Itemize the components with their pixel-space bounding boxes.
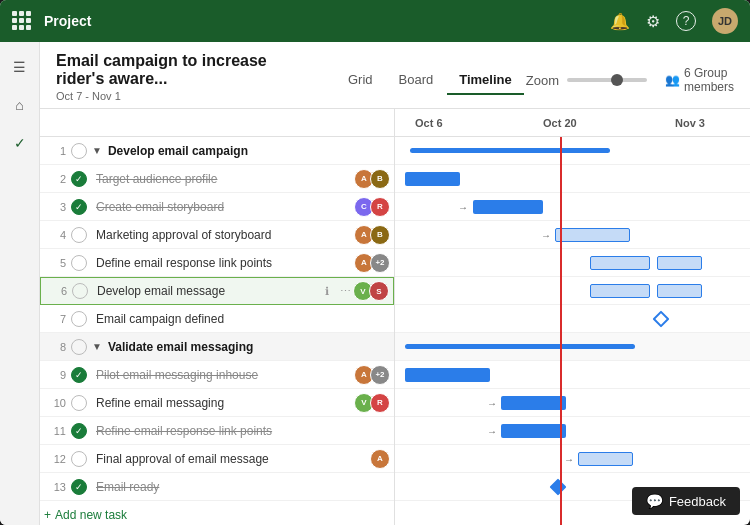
date-nov3: Nov 3 — [675, 117, 705, 129]
task-avatars: A +2 — [358, 253, 390, 273]
zoom-label: Zoom — [526, 73, 559, 88]
group-members[interactable]: 👥 6 Group members — [665, 66, 734, 94]
task-avatars: A B — [358, 225, 390, 245]
expand-icon[interactable]: ▼ — [92, 341, 102, 352]
today-line — [560, 137, 562, 525]
task-name: Refine email response link points — [92, 424, 390, 438]
table-row: 12 Final approval of email message A — [40, 445, 394, 473]
project-date: Oct 7 - Nov 1 — [56, 90, 312, 102]
project-header: Email campaign to increase rider's aware… — [40, 42, 750, 109]
avatar: B — [370, 225, 390, 245]
help-icon[interactable]: ? — [676, 11, 696, 31]
app-grid-icon[interactable] — [12, 11, 32, 31]
task-name: Develop email campaign — [104, 144, 390, 158]
tab-timeline[interactable]: Timeline — [447, 66, 524, 95]
task-name: Define email response link points — [92, 256, 358, 270]
avatar: R — [370, 197, 390, 217]
gantt-diamond — [653, 311, 670, 328]
gantt-bar — [657, 284, 702, 298]
group-icon: 👥 — [665, 73, 680, 87]
task-avatars: A +2 — [358, 365, 390, 385]
nav-tabs: Grid Board Timeline Zoom 👥 6 Group membe… — [336, 66, 734, 95]
add-task-label: Add new task — [55, 508, 127, 522]
task-name: Create email storyboard — [92, 200, 358, 214]
avatar: R — [370, 393, 390, 413]
gantt-header: Oct 6 Oct 20 Nov 3 — [395, 109, 750, 137]
gantt-bar — [405, 344, 635, 349]
feedback-label: Feedback — [669, 494, 726, 509]
gantt-row: → — [395, 221, 750, 249]
gantt-bar — [590, 256, 650, 270]
feedback-icon: 💬 — [646, 493, 663, 509]
gantt-bar — [473, 200, 543, 214]
table-row: 11 Refine email response link points — [40, 417, 394, 445]
dep-arrow: → — [487, 398, 497, 409]
gantt-bar — [501, 396, 566, 410]
tab-board[interactable]: Board — [387, 66, 446, 95]
gantt-row: → — [395, 445, 750, 473]
project-title: Email campaign to increase rider's aware… — [56, 52, 312, 88]
gantt-diamond-filled — [550, 479, 567, 496]
task-avatars: C R — [358, 197, 390, 217]
app-title: Project — [44, 13, 598, 29]
avatar: A — [370, 449, 390, 469]
task-avatars: V R — [358, 393, 390, 413]
table-row: 5 Define email response link points A +2 — [40, 249, 394, 277]
avatar: S — [369, 281, 389, 301]
gantt-bar — [405, 172, 460, 186]
avatar: B — [370, 169, 390, 189]
task-name: Marketing approval of storyboard — [92, 228, 358, 242]
gantt-row — [395, 249, 750, 277]
gantt-area: Oct 6 Oct 20 Nov 3 — [395, 109, 750, 525]
table-row: 8 ▼ Validate email messaging — [40, 333, 394, 361]
gantt-row — [395, 333, 750, 361]
table-row: 10 Refine email messaging V R — [40, 389, 394, 417]
avatar: +2 — [370, 253, 390, 273]
gantt-row — [395, 137, 750, 165]
avatar: +2 — [370, 365, 390, 385]
main-content: ☰ ⌂ ✓ Email campaign to increase rider's… — [0, 42, 750, 525]
gantt-bar — [555, 228, 630, 242]
table-row: 3 Create email storyboard C R — [40, 193, 394, 221]
sidebar-menu-icon[interactable]: ☰ — [5, 52, 35, 82]
table-row: 4 Marketing approval of storyboard A B — [40, 221, 394, 249]
gantt-bar — [657, 256, 702, 270]
table-row: 13 Email ready — [40, 473, 394, 501]
table-row: 1 ▼ Develop email campaign — [40, 137, 394, 165]
task-name: Email campaign defined — [92, 312, 390, 326]
task-name: Final approval of email message — [92, 452, 374, 466]
gear-icon[interactable]: ⚙ — [646, 12, 660, 31]
task-name: Refine email messaging — [92, 396, 358, 410]
table-row: 6 Develop email message ℹ ⋯ V S — [40, 277, 394, 305]
task-list: 1 ▼ Develop email campaign 2 Target audi… — [40, 109, 395, 525]
tab-grid[interactable]: Grid — [336, 66, 385, 95]
expand-icon[interactable]: ▼ — [92, 145, 102, 156]
date-oct20: Oct 20 — [543, 117, 577, 129]
task-name: Email ready — [92, 480, 390, 494]
user-avatar[interactable]: JD — [712, 8, 738, 34]
gantt-bar — [410, 148, 610, 153]
table-row: 7 Email campaign defined — [40, 305, 394, 333]
add-task-row[interactable]: + Add new task — [40, 501, 394, 525]
table-row: 2 Target audience profile A B — [40, 165, 394, 193]
sidebar-check-icon[interactable]: ✓ — [5, 128, 35, 158]
bell-icon[interactable]: 🔔 — [610, 12, 630, 31]
zoom-slider[interactable] — [567, 78, 647, 82]
gantt-bar — [578, 452, 633, 466]
info-icon[interactable]: ℹ — [319, 283, 335, 299]
gantt-body: → → — [395, 137, 750, 525]
sidebar-home-icon[interactable]: ⌂ — [5, 90, 35, 120]
gantt-bar — [405, 368, 490, 382]
table-row: 9 Pilot email messaging inhouse A +2 — [40, 361, 394, 389]
gantt-bar — [590, 284, 650, 298]
gantt-row — [395, 361, 750, 389]
dep-arrow: → — [487, 426, 497, 437]
content-area: Email campaign to increase rider's aware… — [40, 42, 750, 525]
task-avatars: A — [374, 449, 390, 469]
dep-arrow: → — [458, 202, 468, 213]
date-oct6: Oct 6 — [415, 117, 443, 129]
more-icon[interactable]: ⋯ — [337, 283, 353, 299]
feedback-button[interactable]: 💬 Feedback — [632, 487, 740, 515]
task-avatars: A B — [358, 169, 390, 189]
gantt-row — [395, 165, 750, 193]
